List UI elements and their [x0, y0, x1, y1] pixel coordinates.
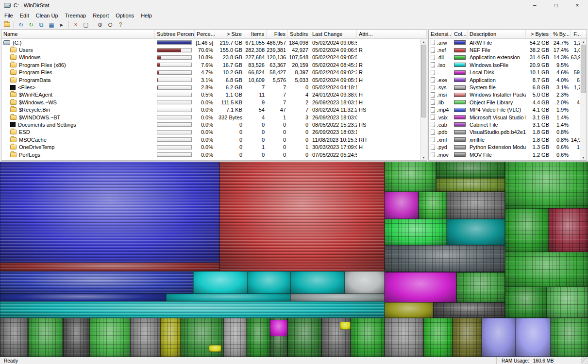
treemap-cell[interactable]: [505, 162, 588, 208]
treemap-cell[interactable]: [436, 178, 505, 192]
explorer-here-button[interactable]: ▦: [47, 20, 56, 29]
treemap-cell[interactable]: [160, 318, 181, 357]
table-row[interactable]: .cabCabinet File3.1 GB1.4%: [429, 121, 580, 128]
treemap-cell[interactable]: [516, 318, 551, 357]
table-row[interactable]: .sysSystem file6.8 GB3.1%1,7: [429, 83, 580, 91]
treemap-cell[interactable]: [436, 162, 505, 178]
table-row[interactable]: OneDriveTemp0.0%010130/03/2023 17:09:01H: [1, 143, 420, 150]
table-row[interactable]: Program Files4.7%10.2 GB66,82458,4278,39…: [1, 69, 420, 76]
table-row[interactable]: .arwARW File54.2 GB24.7%1,2: [429, 39, 580, 46]
directory-scrollbar[interactable]: ▲ ▼: [420, 39, 427, 160]
column-header[interactable]: F...: [571, 30, 583, 38]
table-row[interactable]: $Recycle.Bin0.0%7.1 KB5447703/02/2024 11…: [1, 106, 420, 114]
command-prompt-button[interactable]: ▸: [57, 20, 67, 29]
treemap[interactable]: [0, 162, 588, 357]
refresh-all-button[interactable]: ↻: [16, 20, 26, 29]
treemap-cell[interactable]: [453, 318, 482, 357]
treemap-cell[interactable]: [385, 219, 447, 245]
table-row[interactable]: (C:)[1:46 s]219.7 GB671,055486,957184,09…: [1, 39, 420, 46]
help-button[interactable]: ?: [116, 20, 125, 29]
scroll-up-icon[interactable]: ▲: [420, 39, 427, 45]
table-row[interactable]: MSOCache0.0%000011/08/2023 10:15:34RH: [1, 136, 420, 143]
column-header[interactable]: Perce...: [195, 30, 215, 38]
table-row[interactable]: Users70.6%155.0 GB282,308239,38142,92705…: [1, 46, 420, 53]
treemap-cell[interactable]: [340, 322, 351, 330]
extensions-scrollbar[interactable]: ▲ ▼: [580, 39, 587, 160]
table-row[interactable]: $WINDOWS.~BT0.0%332 Bytes41326/09/2023 1…: [1, 114, 420, 121]
column-header[interactable]: Subtree Percent...: [155, 30, 195, 38]
treemap-cell[interactable]: [270, 320, 287, 336]
treemap-cell[interactable]: [433, 302, 505, 318]
treemap-cell[interactable]: [0, 301, 385, 318]
column-header[interactable]: % By...: [551, 30, 571, 38]
treemap-cell[interactable]: [456, 272, 505, 302]
column-header[interactable]: Extensi...: [429, 30, 452, 38]
menu-help[interactable]: Help: [137, 12, 155, 19]
treemap-cell[interactable]: [345, 271, 385, 294]
treemap-cell[interactable]: [223, 318, 247, 357]
table-row[interactable]: .vsixMicrosoft Visual Studio Exte...3.1 …: [429, 114, 580, 121]
treemap-cell[interactable]: [549, 208, 588, 252]
treemap-cell[interactable]: [385, 318, 423, 357]
treemap-cell[interactable]: [551, 318, 588, 357]
treemap-cell[interactable]: [419, 192, 447, 219]
column-header[interactable]: Description: [468, 30, 526, 38]
menu-options[interactable]: Options: [112, 12, 137, 19]
treemap-cell[interactable]: [385, 272, 456, 302]
table-row[interactable]: $Windows.~WS0.0%111.5 KB97226/09/2023 18…: [1, 99, 420, 106]
treemap-cell[interactable]: [28, 318, 63, 357]
column-header[interactable]: > Bytes: [526, 30, 551, 38]
table-row[interactable]: .exeApplication8.7 GB4.0%6,: [429, 76, 580, 83]
treemap-cell[interactable]: [209, 345, 221, 352]
properties-button[interactable]: ▢: [81, 20, 91, 29]
treemap-cell[interactable]: [290, 294, 385, 301]
treemap-cell[interactable]: [505, 252, 588, 287]
table-row[interactable]: .Local Disk10.1 GB4.6%59,: [429, 69, 580, 76]
treemap-cell[interactable]: [0, 294, 166, 301]
column-header[interactable]: Subdirs: [288, 30, 310, 38]
table-row[interactable]: $WinREAgent0.5%1.1 GB117424/01/2024 09:3…: [1, 91, 420, 99]
menu-clean-up[interactable]: Clean Up: [33, 12, 62, 19]
column-header[interactable]: > Size: [215, 30, 244, 38]
scroll-thumb[interactable]: [581, 45, 586, 93]
treemap-cell[interactable]: [248, 271, 290, 294]
scroll-down-icon[interactable]: ▼: [580, 154, 587, 160]
scroll-thumb[interactable]: [421, 45, 426, 117]
table-row[interactable]: .xmlxmlfile1.8 GB0.8%14,9: [429, 136, 580, 143]
table-row[interactable]: .pdbVisualStudio.pdb.b42e16831.8 GB0.8%: [429, 129, 580, 136]
column-header[interactable]: Attri...: [357, 30, 376, 38]
column-header[interactable]: Name: [1, 30, 155, 38]
minimize-button[interactable]: –: [524, 0, 545, 11]
treemap-cell[interactable]: [130, 318, 160, 357]
table-row[interactable]: Program Files (x86)7.6%16.7 GB83,52663,3…: [1, 61, 420, 68]
treemap-cell[interactable]: [287, 318, 321, 357]
copy-path-button[interactable]: ⧉: [36, 20, 46, 29]
close-button[interactable]: ×: [567, 0, 588, 11]
treemap-cell[interactable]: [385, 162, 436, 192]
treemap-cell[interactable]: [547, 287, 588, 318]
table-row[interactable]: Windows10.8%23.8 GB227,684120,136107,548…: [1, 54, 420, 61]
treemap-cell[interactable]: [505, 287, 547, 318]
scroll-track[interactable]: [580, 45, 587, 154]
menu-report[interactable]: Report: [89, 12, 112, 19]
menu-file[interactable]: File: [1, 12, 17, 19]
resize-grip-icon[interactable]: [581, 357, 588, 364]
table-row[interactable]: .libObject File Library4.4 GB2.0%4,: [429, 99, 580, 106]
table-row[interactable]: PerfLogs0.0%000007/05/2022 05:24:50: [1, 151, 420, 158]
treemap-cell[interactable]: [447, 192, 505, 219]
treemap-cell[interactable]: [247, 318, 270, 357]
zoom-in-button[interactable]: ⊕: [95, 20, 105, 29]
scroll-down-icon[interactable]: ▼: [420, 154, 427, 160]
treemap-cell[interactable]: [166, 294, 290, 301]
table-row[interactable]: <Files>2.8%6.2 GB77005/02/2024 04:18:18: [1, 83, 420, 91]
refresh-selected-button[interactable]: ↻: [26, 20, 36, 29]
treemap-cell[interactable]: [385, 302, 433, 318]
treemap-cell[interactable]: [0, 271, 193, 294]
table-row[interactable]: ProgramData3.1%6.8 GB10,6095,5765,03305/…: [1, 76, 420, 83]
column-header[interactable]: Last Change: [310, 30, 357, 38]
treemap-cell[interactable]: [505, 208, 549, 252]
treemap-cell[interactable]: [385, 192, 419, 219]
table-row[interactable]: .nefNEF File38.2 GB17.4%1,0: [429, 46, 580, 53]
treemap-cell[interactable]: [0, 162, 219, 263]
menu-treemap[interactable]: Treemap: [62, 12, 90, 19]
